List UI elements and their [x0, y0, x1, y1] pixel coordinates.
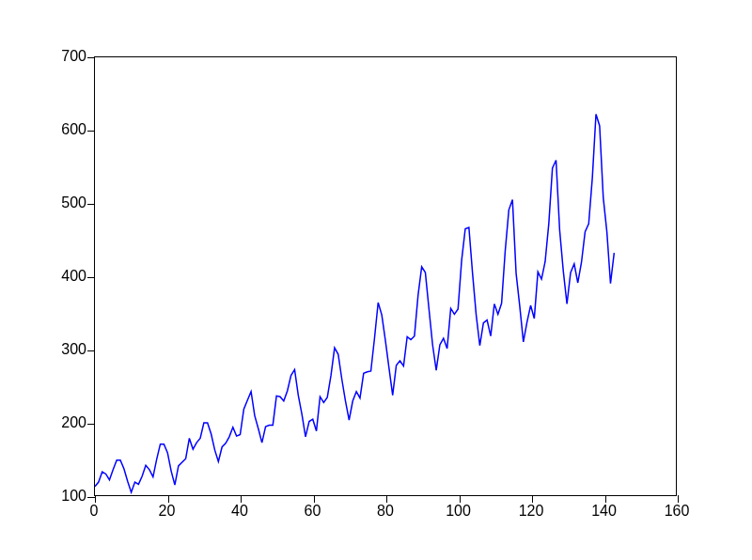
x-tick [241, 495, 242, 503]
y-tick [87, 277, 95, 278]
y-tick [87, 131, 95, 132]
x-tick-label: 60 [305, 503, 321, 520]
y-tick-label: 600 [61, 121, 86, 138]
x-tick [386, 495, 387, 503]
x-tick [532, 495, 533, 503]
y-tick-label: 700 [61, 48, 86, 65]
y-tick-label: 300 [61, 341, 86, 358]
y-tick [87, 497, 95, 498]
x-tick [678, 495, 679, 503]
y-tick-label: 500 [61, 194, 86, 211]
chart: 1002003004005006007000204060801001201401… [94, 56, 677, 496]
x-tick-label: 140 [591, 503, 617, 520]
line-plot-svg [95, 57, 676, 495]
x-tick-label: 100 [446, 503, 471, 520]
x-tick-label: 40 [231, 503, 248, 520]
y-tick [87, 350, 95, 351]
y-tick [87, 57, 95, 58]
x-tick [460, 495, 461, 503]
y-tick [87, 204, 95, 205]
y-tick [87, 424, 95, 425]
x-tick [314, 495, 315, 503]
x-tick-label: 80 [377, 503, 394, 520]
x-tick-label: 160 [665, 503, 690, 520]
x-tick-label: 0 [90, 503, 99, 520]
plot-area [94, 56, 677, 496]
y-tick-label: 200 [61, 414, 86, 431]
x-tick [95, 495, 96, 503]
x-tick [605, 495, 606, 503]
x-tick-label: 20 [159, 503, 176, 520]
y-tick-label: 400 [61, 268, 86, 285]
x-tick-label: 120 [519, 503, 544, 520]
data-line [95, 115, 614, 492]
y-tick-label: 100 [61, 488, 86, 505]
x-tick [168, 495, 169, 503]
